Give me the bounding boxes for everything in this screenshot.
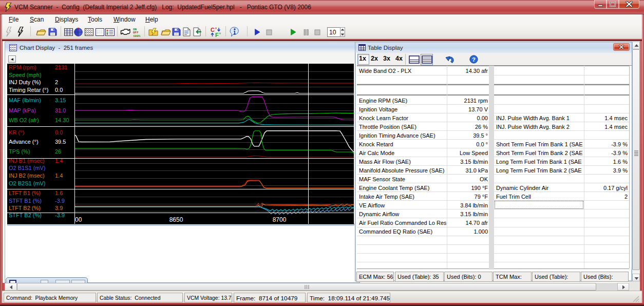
svg-text:-3.9: -3.9	[55, 212, 65, 218]
svg-text:INJ B1 (msec): INJ B1 (msec)	[9, 158, 45, 164]
svg-text:8650: 8650	[169, 216, 183, 223]
svg-text:1.4: 1.4	[55, 173, 63, 179]
svg-text:26: 26	[55, 148, 61, 155]
svg-text:F: F	[215, 32, 219, 37]
svg-text:O2 B1S1 (mV): O2 B1S1 (mV)	[9, 165, 46, 171]
svg-text:-3.9: -3.9	[55, 198, 65, 204]
svg-text:STFT B2 (%): STFT B2 (%)	[9, 212, 42, 218]
svg-text:INJ B2 (msec): INJ B2 (msec)	[9, 173, 45, 179]
svg-text:14.30: 14.30	[55, 117, 69, 123]
svg-text:8700: 8700	[273, 216, 287, 223]
svg-text:?: ?	[472, 56, 476, 63]
svg-text:39.5: 39.5	[55, 139, 66, 145]
svg-text:STFT B1 (%): STFT B1 (%)	[9, 198, 42, 204]
svg-text:3.15: 3.15	[55, 97, 66, 103]
svg-text:31.0: 31.0	[55, 107, 66, 113]
svg-text:100%: 100%	[133, 34, 141, 37]
svg-text:0.0: 0.0	[55, 87, 63, 93]
svg-text:2: 2	[55, 79, 58, 85]
svg-text:0.0: 0.0	[55, 129, 63, 136]
svg-text:1.4: 1.4	[55, 158, 63, 164]
svg-text:MAF (lb/min): MAF (lb/min)	[9, 97, 41, 103]
svg-text:TPS (%): TPS (%)	[9, 148, 30, 155]
svg-text:RPM (rpm): RPM (rpm)	[9, 64, 36, 70]
svg-text:LTFT B2 (%): LTFT B2 (%)	[9, 205, 41, 211]
svg-text:C: C	[211, 27, 215, 33]
svg-text:MAP (kPa): MAP (kPa)	[9, 107, 36, 113]
svg-text:2131: 2131	[55, 64, 67, 70]
svg-text:00: 00	[75, 216, 82, 223]
svg-text:LTFT B1 (%): LTFT B1 (%)	[9, 190, 41, 196]
svg-text:3.9: 3.9	[55, 205, 63, 211]
svg-text:WB O2 (afr): WB O2 (afr)	[9, 117, 39, 123]
svg-text:KR (°): KR (°)	[9, 129, 24, 136]
svg-text:O2 B2S1 (mV): O2 B2S1 (mV)	[9, 180, 46, 186]
svg-text:Timing Retar (°): Timing Retar (°)	[9, 87, 48, 93]
svg-text:Advance (°): Advance (°)	[9, 139, 39, 145]
svg-text:1.6: 1.6	[55, 190, 63, 196]
svg-text:Speed (mph): Speed (mph)	[9, 72, 42, 78]
svg-text:INJ Duty (%): INJ Duty (%)	[9, 79, 41, 85]
